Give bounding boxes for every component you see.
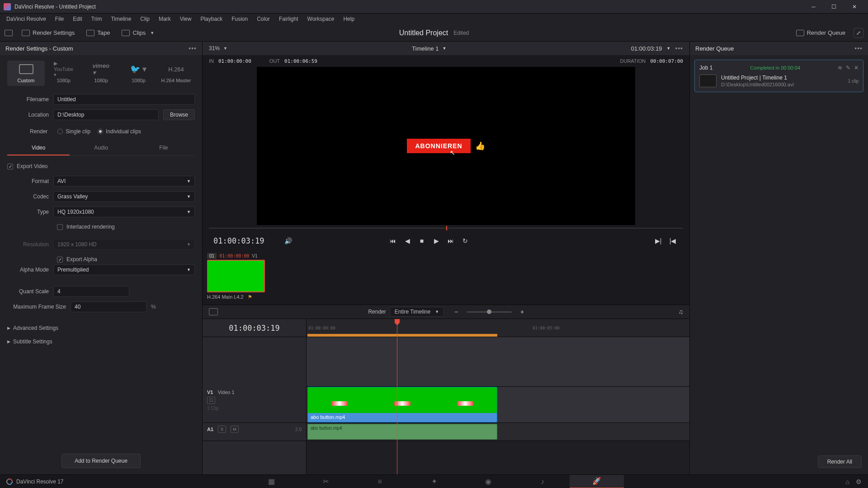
preset-h264[interactable]: H.264 H.264 Master	[157, 61, 195, 86]
timeline-view-icon[interactable]	[209, 308, 218, 315]
zoom-out-button[interactable]: −	[450, 306, 462, 318]
loop-button[interactable]: ↻	[459, 235, 471, 247]
menu-help[interactable]: Help	[339, 14, 359, 24]
menu-file[interactable]: File	[51, 14, 68, 24]
viewer-scrubber[interactable]	[209, 225, 683, 231]
close-button[interactable]: ✕	[844, 0, 864, 14]
render-job[interactable]: Job 1 Completed in 00:00:04 ≋ ✎ ✕ Untitl…	[694, 60, 863, 92]
mute-button[interactable]: M	[231, 426, 239, 433]
nav-media[interactable]: ▦	[244, 475, 298, 488]
play-button[interactable]: ▶	[430, 235, 442, 247]
in-out-range-bar[interactable]	[307, 334, 497, 337]
single-clip-radio[interactable]: Single clip	[57, 128, 90, 135]
track-toggle-button[interactable]: ☐	[207, 397, 215, 404]
panel-menu-icon[interactable]: •••	[189, 45, 197, 52]
nav-deliver[interactable]: 🚀	[570, 475, 624, 488]
quant-input[interactable]	[53, 286, 129, 297]
expand-button[interactable]: ⤢	[854, 28, 863, 38]
type-select[interactable]: HQ 868x488 ▼	[53, 206, 195, 217]
format-select[interactable]: AVI ▼	[53, 176, 195, 187]
audio-track-header[interactable]: A1 S M 2.0	[203, 423, 306, 441]
individual-clips-radio[interactable]: Individual clips	[98, 128, 141, 135]
playhead[interactable]	[397, 319, 397, 474]
first-frame-button[interactable]: ⏮	[387, 235, 399, 247]
render-all-button[interactable]: Render All	[818, 455, 862, 468]
menu-playback[interactable]: Playback	[196, 14, 227, 24]
preset-custom[interactable]: Custom	[7, 61, 45, 86]
export-video-checkbox[interactable]	[7, 164, 13, 169]
interlaced-checkbox[interactable]	[57, 224, 63, 230]
tab-file[interactable]: File	[132, 141, 195, 155]
nav-fusion[interactable]: ✦	[407, 475, 461, 488]
menu-davinci[interactable]: DaVinci Resolve	[2, 14, 51, 24]
menu-fairlight[interactable]: Fairlight	[274, 14, 303, 24]
preset-vimeo-sub: 1080p	[94, 78, 108, 83]
video-track-header[interactable]: V1 Video 1 ☐ 1 Clip	[203, 387, 306, 423]
nav-edit[interactable]: ≡	[353, 475, 407, 488]
menu-workspace[interactable]: Workspace	[303, 14, 339, 24]
home-icon[interactable]: ⌂	[846, 478, 849, 485]
zoom-slider[interactable]	[467, 311, 512, 313]
queue-menu-icon[interactable]: •••	[854, 45, 863, 52]
menu-view[interactable]: View	[175, 14, 196, 24]
render-range-select[interactable]: Entire Timeline ▼	[390, 307, 444, 317]
tab-video[interactable]: Video	[7, 141, 70, 155]
advanced-settings-toggle[interactable]: ▶ Advanced Settings	[7, 321, 195, 335]
alpha-mode-select[interactable]: Premultiplied ▼	[53, 264, 195, 275]
volume-icon[interactable]: 🔊	[283, 235, 294, 247]
menu-mark[interactable]: Mark	[154, 14, 175, 24]
render-queue-toggle[interactable]: Render Queue	[793, 28, 848, 38]
viewer-timecode[interactable]: 01:00:03:19 ▼	[631, 45, 671, 52]
solo-button[interactable]: S	[218, 426, 226, 433]
max-frame-input[interactable]	[71, 301, 146, 312]
tape-toggle[interactable]: Tape	[84, 28, 113, 38]
prev-frame-button[interactable]: ◀	[401, 235, 413, 247]
zoom-dropdown[interactable]: 31% ▼	[209, 45, 227, 52]
menu-trim[interactable]: Trim	[87, 14, 107, 24]
timeline-tracks[interactable]: 01:00:00:00 01:00:05:00 01:00:10:00 abo …	[307, 319, 689, 474]
layout-icon[interactable]	[5, 30, 13, 36]
nav-color[interactable]: ◉	[461, 475, 515, 488]
clip-thumbnail[interactable]: 01 01:00:00:00 V1 H.264 Main L4.2 ⚑	[207, 253, 266, 300]
filename-input[interactable]	[53, 94, 195, 105]
menu-color[interactable]: Color	[252, 14, 274, 24]
preset-vimeo[interactable]: vimeo ▾ 1080p	[82, 61, 120, 86]
viewer[interactable]: ABONNIEREN 👍 ↖	[257, 67, 635, 225]
export-alpha-checkbox[interactable]	[57, 257, 63, 263]
menu-clip[interactable]: Clip	[136, 14, 154, 24]
prev-clip-button[interactable]: |◀	[667, 235, 679, 247]
audio-clip[interactable]: abo button.mp4	[307, 424, 497, 440]
render-settings-toggle[interactable]: Render Settings	[19, 28, 77, 38]
nav-fairlight[interactable]: ♪	[515, 475, 570, 488]
last-frame-button[interactable]: ⏭	[445, 235, 457, 247]
tab-audio[interactable]: Audio	[70, 141, 132, 155]
remove-job-icon[interactable]: ✕	[854, 65, 859, 71]
timeline-dropdown[interactable]: Timeline 1 ▼	[412, 45, 446, 52]
maximize-button[interactable]: ☐	[824, 0, 844, 14]
subtitle-settings-toggle[interactable]: ▶ Subtitle Settings	[7, 335, 195, 348]
location-input[interactable]	[53, 109, 159, 120]
menu-edit[interactable]: Edit	[68, 14, 87, 24]
menu-fusion[interactable]: Fusion	[227, 14, 252, 24]
preset-youtube[interactable]: ▶ YouTube ▾ 1080p	[45, 61, 82, 86]
clips-toggle[interactable]: Clips ▼	[119, 28, 157, 38]
preset-twitter[interactable]: 🐦 ▾ 1080p	[120, 61, 157, 86]
minimize-button[interactable]: ─	[803, 0, 824, 14]
zoom-in-button[interactable]: +	[516, 306, 528, 318]
menu-timeline[interactable]: Timeline	[106, 14, 136, 24]
video-clip[interactable]: abo button.mp4	[307, 387, 497, 422]
audio-icon[interactable]: ♫	[679, 308, 684, 315]
settings-gear-icon[interactable]: ⚙	[856, 478, 862, 485]
stop-button[interactable]: ■	[416, 235, 428, 247]
zoom-handle[interactable]	[487, 310, 491, 314]
edit-job-icon[interactable]: ✎	[846, 65, 850, 71]
scrub-playhead[interactable]	[446, 226, 447, 230]
nav-cut[interactable]: ✂	[298, 475, 353, 488]
viewer-menu-icon[interactable]: •••	[675, 45, 683, 52]
browse-button[interactable]: Browse	[163, 109, 195, 120]
timeline-ruler[interactable]: 01:00:00:00 01:00:05:00 01:00:10:00	[307, 319, 689, 337]
add-to-render-queue-button[interactable]: Add to Render Queue	[61, 454, 141, 468]
broadcast-icon[interactable]: ≋	[838, 65, 842, 71]
next-clip-button[interactable]: ▶|	[652, 235, 664, 247]
codec-select[interactable]: Grass Valley ▼	[53, 191, 195, 202]
